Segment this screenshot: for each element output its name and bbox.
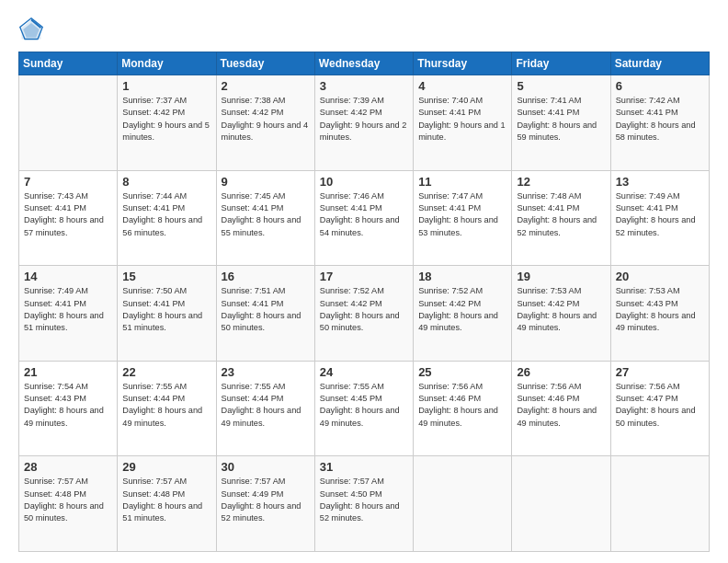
calendar-week-row: 14Sunrise: 7:49 AMSunset: 4:41 PMDayligh… (19, 266, 710, 362)
day-info: Sunrise: 7:56 AMSunset: 4:46 PMDaylight:… (517, 381, 605, 430)
day-info: Sunrise: 7:47 AMSunset: 4:41 PMDaylight:… (418, 190, 506, 239)
day-info: Sunrise: 7:44 AMSunset: 4:41 PMDaylight:… (122, 190, 210, 239)
day-number: 27 (616, 365, 704, 379)
day-number: 16 (222, 270, 310, 283)
day-info: Sunrise: 7:45 AMSunset: 4:41 PMDaylight:… (222, 190, 310, 239)
calendar-cell: 25Sunrise: 7:56 AMSunset: 4:46 PMDayligh… (414, 361, 512, 456)
day-number: 3 (320, 79, 408, 93)
day-info: Sunrise: 7:55 AMSunset: 4:44 PMDaylight:… (222, 381, 310, 430)
calendar-cell: 1Sunrise: 7:37 AMSunset: 4:42 PMDaylight… (118, 75, 216, 171)
calendar-cell: 12Sunrise: 7:48 AMSunset: 4:41 PMDayligh… (512, 170, 610, 266)
day-number: 17 (320, 270, 408, 283)
day-info: Sunrise: 7:38 AMSunset: 4:42 PMDaylight:… (222, 95, 310, 144)
calendar-cell: 27Sunrise: 7:56 AMSunset: 4:47 PMDayligh… (610, 361, 709, 456)
day-number: 23 (222, 365, 310, 379)
day-number: 6 (616, 79, 704, 93)
day-info: Sunrise: 7:48 AMSunset: 4:41 PMDaylight:… (517, 190, 605, 239)
day-info: Sunrise: 7:39 AMSunset: 4:42 PMDaylight:… (320, 95, 408, 144)
calendar-cell: 20Sunrise: 7:53 AMSunset: 4:43 PMDayligh… (610, 266, 709, 362)
calendar-cell (19, 75, 118, 171)
day-number: 5 (517, 79, 605, 93)
day-number: 21 (24, 365, 112, 379)
day-number: 2 (222, 79, 310, 93)
day-info: Sunrise: 7:52 AMSunset: 4:42 PMDaylight:… (320, 285, 408, 334)
day-number: 4 (418, 79, 506, 93)
calendar-cell (414, 456, 512, 552)
calendar-cell: 19Sunrise: 7:53 AMSunset: 4:42 PMDayligh… (512, 266, 610, 362)
day-number: 7 (24, 175, 112, 189)
day-number: 30 (222, 460, 310, 474)
day-number: 13 (616, 175, 704, 189)
day-info: Sunrise: 7:56 AMSunset: 4:47 PMDaylight:… (616, 381, 704, 430)
calendar-cell: 30Sunrise: 7:57 AMSunset: 4:49 PMDayligh… (216, 456, 314, 552)
weekday-header-row: SundayMondayTuesdayWednesdayThursdayFrid… (19, 52, 710, 75)
day-number: 15 (122, 270, 210, 283)
calendar-cell: 18Sunrise: 7:52 AMSunset: 4:42 PMDayligh… (414, 266, 512, 362)
calendar-cell: 17Sunrise: 7:52 AMSunset: 4:42 PMDayligh… (314, 266, 413, 362)
calendar-week-row: 1Sunrise: 7:37 AMSunset: 4:42 PMDaylight… (19, 75, 710, 171)
weekday-header-friday: Friday (512, 52, 610, 75)
calendar-cell: 3Sunrise: 7:39 AMSunset: 4:42 PMDaylight… (314, 75, 413, 171)
calendar-cell: 7Sunrise: 7:43 AMSunset: 4:41 PMDaylight… (19, 170, 118, 266)
day-number: 22 (122, 365, 210, 379)
day-number: 31 (320, 460, 408, 474)
day-info: Sunrise: 7:57 AMSunset: 4:48 PMDaylight:… (122, 476, 210, 524)
day-number: 11 (418, 175, 506, 189)
day-info: Sunrise: 7:40 AMSunset: 4:41 PMDaylight:… (418, 95, 506, 144)
day-number: 19 (517, 270, 605, 283)
weekday-header-wednesday: Wednesday (314, 52, 413, 75)
calendar-cell: 26Sunrise: 7:56 AMSunset: 4:46 PMDayligh… (512, 361, 610, 456)
weekday-header-sunday: Sunday (19, 52, 118, 75)
calendar-cell (610, 456, 709, 552)
day-number: 20 (616, 270, 704, 283)
day-info: Sunrise: 7:56 AMSunset: 4:46 PMDaylight:… (418, 381, 506, 430)
calendar-cell: 13Sunrise: 7:49 AMSunset: 4:41 PMDayligh… (610, 170, 709, 266)
day-info: Sunrise: 7:55 AMSunset: 4:45 PMDaylight:… (320, 381, 408, 430)
calendar-cell: 29Sunrise: 7:57 AMSunset: 4:48 PMDayligh… (118, 456, 216, 552)
day-info: Sunrise: 7:37 AMSunset: 4:42 PMDaylight:… (122, 95, 210, 144)
day-number: 26 (517, 365, 605, 379)
day-info: Sunrise: 7:52 AMSunset: 4:42 PMDaylight:… (418, 285, 506, 334)
day-number: 18 (418, 270, 506, 283)
day-info: Sunrise: 7:57 AMSunset: 4:50 PMDaylight:… (320, 476, 408, 524)
day-number: 1 (122, 79, 210, 93)
logo-icon (18, 17, 44, 42)
day-info: Sunrise: 7:41 AMSunset: 4:41 PMDaylight:… (517, 95, 605, 144)
day-number: 29 (122, 460, 210, 474)
calendar-week-row: 7Sunrise: 7:43 AMSunset: 4:41 PMDaylight… (19, 170, 710, 266)
page: SundayMondayTuesdayWednesdayThursdayFrid… (0, 0, 728, 563)
calendar-cell: 22Sunrise: 7:55 AMSunset: 4:44 PMDayligh… (118, 361, 216, 456)
calendar-cell: 16Sunrise: 7:51 AMSunset: 4:41 PMDayligh… (216, 266, 314, 362)
day-info: Sunrise: 7:57 AMSunset: 4:49 PMDaylight:… (222, 476, 310, 524)
calendar-cell: 11Sunrise: 7:47 AMSunset: 4:41 PMDayligh… (414, 170, 512, 266)
day-info: Sunrise: 7:54 AMSunset: 4:43 PMDaylight:… (24, 381, 112, 430)
day-info: Sunrise: 7:49 AMSunset: 4:41 PMDaylight:… (616, 190, 704, 239)
calendar-cell (512, 456, 610, 552)
day-info: Sunrise: 7:46 AMSunset: 4:41 PMDaylight:… (320, 190, 408, 239)
calendar-cell: 24Sunrise: 7:55 AMSunset: 4:45 PMDayligh… (314, 361, 413, 456)
calendar-cell: 21Sunrise: 7:54 AMSunset: 4:43 PMDayligh… (19, 361, 118, 456)
day-info: Sunrise: 7:43 AMSunset: 4:41 PMDaylight:… (24, 190, 112, 239)
day-number: 9 (222, 175, 310, 189)
day-number: 10 (320, 175, 408, 189)
calendar-cell: 2Sunrise: 7:38 AMSunset: 4:42 PMDaylight… (216, 75, 314, 171)
top-section (18, 17, 710, 42)
calendar-cell: 10Sunrise: 7:46 AMSunset: 4:41 PMDayligh… (314, 170, 413, 266)
day-info: Sunrise: 7:42 AMSunset: 4:41 PMDaylight:… (616, 95, 704, 144)
calendar-week-row: 21Sunrise: 7:54 AMSunset: 4:43 PMDayligh… (19, 361, 710, 456)
calendar-table: SundayMondayTuesdayWednesdayThursdayFrid… (18, 52, 710, 552)
day-number: 8 (122, 175, 210, 189)
calendar-cell: 8Sunrise: 7:44 AMSunset: 4:41 PMDaylight… (118, 170, 216, 266)
calendar-cell: 5Sunrise: 7:41 AMSunset: 4:41 PMDaylight… (512, 75, 610, 171)
day-number: 25 (418, 365, 506, 379)
calendar-cell: 14Sunrise: 7:49 AMSunset: 4:41 PMDayligh… (19, 266, 118, 362)
day-info: Sunrise: 7:53 AMSunset: 4:42 PMDaylight:… (517, 285, 605, 334)
day-number: 12 (517, 175, 605, 189)
calendar-cell: 4Sunrise: 7:40 AMSunset: 4:41 PMDaylight… (414, 75, 512, 171)
day-info: Sunrise: 7:51 AMSunset: 4:41 PMDaylight:… (222, 285, 310, 334)
calendar-cell: 23Sunrise: 7:55 AMSunset: 4:44 PMDayligh… (216, 361, 314, 456)
day-info: Sunrise: 7:53 AMSunset: 4:43 PMDaylight:… (616, 285, 704, 334)
weekday-header-thursday: Thursday (414, 52, 512, 75)
weekday-header-monday: Monday (118, 52, 216, 75)
calendar-cell: 31Sunrise: 7:57 AMSunset: 4:50 PMDayligh… (314, 456, 413, 552)
